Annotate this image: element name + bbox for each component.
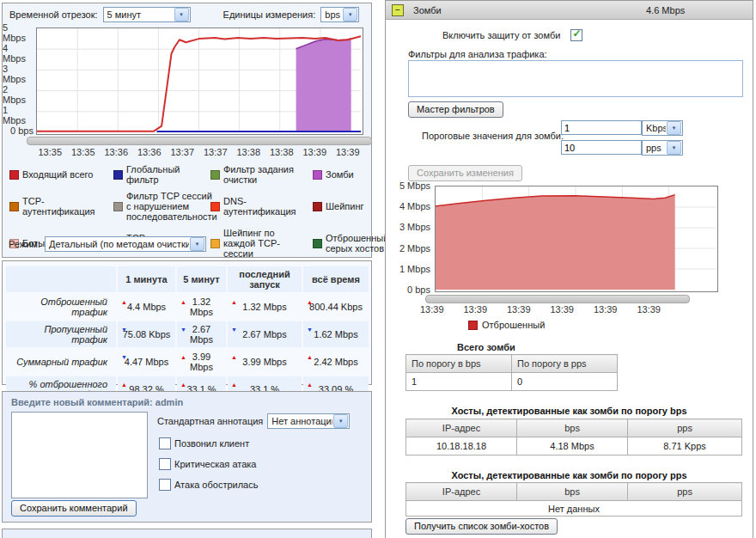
critical-attack-checkbox[interactable] — [159, 458, 171, 470]
legend-swatch-icon — [9, 170, 19, 180]
checkbox-row: Атака обострилась — [159, 479, 258, 491]
threshold-bps-input[interactable] — [561, 120, 642, 135]
traffic-stats-table: 1 минута 5 минут последний запуск всё вр… — [4, 265, 370, 404]
table-row: 10.18.18.18 4.18 Mbps 8.71 Kpps — [406, 437, 742, 455]
next-section-panel — [2, 529, 372, 538]
trend-arrow-icon: ▼ — [180, 327, 186, 333]
legend-item: Шейпинг — [313, 201, 381, 211]
annotation-select[interactable]: Нет аннотации — [267, 413, 350, 429]
time-range-label: Временной отрезок: — [9, 9, 98, 20]
legend-swatch-icon — [113, 202, 123, 211]
legend-item: Шейпинг по каждой TCP-сессии — [210, 228, 308, 259]
trend-arrow-icon: ▲ — [231, 382, 237, 388]
units-label: Единицы измерения: — [223, 9, 316, 20]
screen: Временной отрезок: 5 минут Единицы измер… — [0, 0, 756, 538]
get-zombie-list-button[interactable]: Получить список зомби-хостов — [405, 518, 558, 535]
chevron-down-icon — [343, 8, 357, 21]
mode-row: Режим: Детальный (по методам очистки) — [9, 236, 206, 252]
zombie-panel: − Зомби 4.6 Mbps Включить защиту от зомб… — [385, 0, 753, 538]
hosts-bps-table: IP-адрес bps pps 10.18.18.18 4.18 Mbps 8… — [405, 419, 742, 455]
mode-select[interactable]: Детальный (по методам очистки) — [45, 236, 206, 252]
collapse-icon[interactable]: − — [392, 4, 404, 16]
traffic-stats-panel: 1 минута 5 минут последний запуск всё вр… — [2, 260, 372, 385]
legend-swatch-icon — [210, 239, 220, 248]
units-select[interactable]: bps — [320, 7, 359, 22]
client-called-checkbox[interactable] — [159, 437, 171, 449]
comment-title: Введите новый комментарий: admin — [11, 397, 183, 407]
trend-arrow-icon: ▲ — [121, 382, 127, 388]
protect-label: Включить защиту от зомби — [442, 30, 560, 40]
legend-item: Фильтр задания очистки — [210, 164, 308, 185]
trend-arrow-icon: ▲ — [180, 299, 186, 305]
trend-arrow-icon: ▲ — [231, 299, 237, 305]
attack-escalated-checkbox[interactable] — [159, 479, 171, 491]
zombie-panel-title: Зомби — [413, 5, 442, 15]
legend-swatch-icon — [113, 170, 123, 180]
traffic-chart-svg — [37, 28, 361, 132]
legend-item: Отброшенный серых хостов — [313, 233, 381, 254]
zombie-totals-table: По порогу в bps По порогу в pps 1 0 — [405, 354, 618, 391]
hosts-bps-title: Хосты, детектированные как зомби по поро… — [386, 406, 753, 416]
series-area — [296, 39, 351, 132]
y-axis-labels: 5 Mbps 4 Mbps 3 Mbps 2 Mbps 1 Mbps 0 bps — [391, 180, 430, 295]
threshold-label: Пороговые значения для зомби: — [422, 131, 564, 141]
chart-horizontal-scrollbar[interactable] — [425, 295, 690, 303]
time-range-select[interactable]: 5 минут — [103, 7, 191, 22]
zombie-rate-value: 4.6 Mbps — [646, 5, 685, 15]
trend-arrow-icon: ▼ — [121, 354, 127, 360]
checkbox-row: Позвонил клиент — [159, 437, 249, 449]
zombie-panel-header: − Зомби 4.6 Mbps — [386, 1, 753, 20]
protect-checkbox[interactable] — [570, 29, 582, 41]
chart-horizontal-scrollbar[interactable] — [27, 137, 372, 145]
threshold-pps-unit-select[interactable]: pps — [642, 140, 683, 156]
filters-label: Фильтры для анализа трафика: — [408, 49, 547, 59]
y-axis-labels: 5 Mbps 4 Mbps 3 Mbps 2 Mbps 1 Mbps 0 bps — [3, 22, 34, 136]
trend-arrow-icon: ▲ — [231, 354, 237, 360]
threshold-bps-unit-select[interactable]: Kbps — [642, 120, 683, 136]
trend-arrow-icon: ▲ — [307, 382, 313, 388]
trend-arrow-icon: ▼ — [307, 327, 313, 333]
table-header-row: 1 минута 5 минут последний запуск всё вр… — [6, 266, 369, 292]
legend-item: TCP-аутентификация — [9, 196, 109, 217]
legend-swatch-icon — [210, 202, 220, 211]
x-axis-labels: 13:35 13:35 13:36 13:36 13:37 13:37 13:3… — [34, 147, 364, 157]
filter-wizard-button[interactable]: Мастер фильтров — [408, 101, 503, 118]
comment-textarea[interactable] — [11, 412, 148, 498]
legend-swatch-icon — [313, 202, 322, 211]
save-comment-button[interactable]: Сохранить комментарий — [11, 500, 137, 517]
chevron-down-icon — [667, 141, 681, 155]
hosts-pps-table: IP-адрес bps pps Нет данных — [405, 482, 742, 517]
chevron-down-icon — [667, 121, 681, 135]
table-header-row: IP-адрес bps pps — [406, 419, 742, 437]
comment-panel: Введите новый комментарий: admin Стандар… — [2, 391, 372, 523]
annotation-label: Стандартная аннотация — [157, 416, 263, 426]
trend-arrow-icon: ▲ — [121, 299, 127, 305]
mode-label: Режим: — [9, 239, 40, 249]
protect-row: Включить защиту от зомби — [442, 29, 582, 41]
hosts-pps-title: Хосты, детектированные как зомби по поро… — [386, 470, 753, 480]
annotation-row: Стандартная аннотация Нет аннотации — [157, 413, 350, 429]
table-header-row: По порогу в bps По порогу в pps — [406, 355, 618, 373]
checkbox-row: Критическая атака — [159, 458, 256, 470]
threshold-pps-input[interactable] — [561, 140, 642, 155]
legend-item: Входящий всего — [9, 169, 109, 180]
legend-swatch-icon — [9, 202, 19, 211]
trend-arrow-icon: ▼ — [121, 327, 127, 333]
table-row: 1 0 — [406, 373, 618, 391]
legend-item: Глобальный фильтр — [113, 164, 206, 185]
filters-textarea[interactable] — [408, 60, 743, 97]
legend-swatch-icon — [468, 321, 478, 330]
trend-arrow-icon: ▲ — [180, 354, 186, 360]
traffic-chart-panel: Временной отрезок: 5 минут Единицы измер… — [2, 3, 372, 258]
totals-title: Всего зомби — [457, 342, 515, 352]
zombie-chart-legend: Отброшенный — [468, 320, 545, 330]
trend-arrow-icon: ▼ — [231, 327, 237, 333]
legend-swatch-icon — [210, 170, 220, 180]
legend-item: DNS-аутентификация — [210, 196, 308, 217]
zombie-chart-svg — [436, 186, 716, 290]
chevron-down-icon — [190, 237, 204, 251]
trend-arrow-icon: ▲ — [307, 299, 313, 305]
x-axis-labels: 13:39 13:39 13:39 13:39 13:39 13:39 — [420, 304, 661, 315]
series-area — [436, 195, 675, 290]
save-changes-button[interactable]: Сохранить изменения — [408, 165, 522, 181]
